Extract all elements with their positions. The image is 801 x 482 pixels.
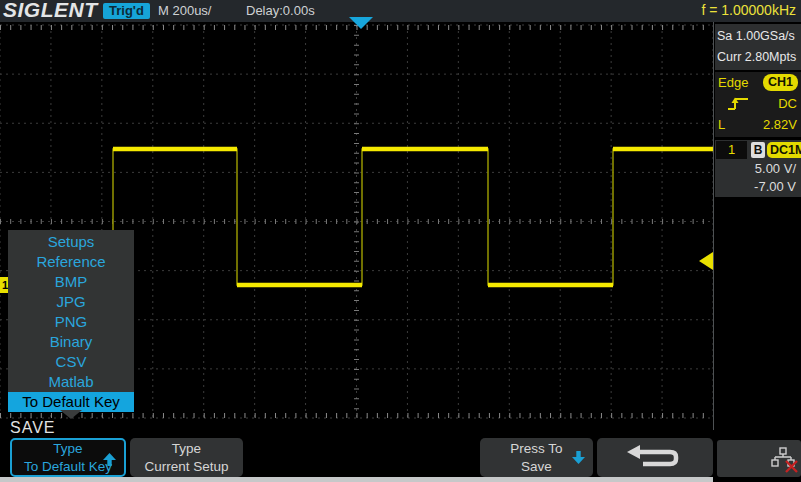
menu-item-matlab[interactable]: Matlab: [8, 372, 134, 392]
menu-item-to-default-key-selected[interactable]: To Default Key: [8, 392, 134, 412]
softkey-back-button[interactable]: [597, 438, 713, 477]
menu-down-arrow-icon: [571, 450, 586, 470]
bottom-edge-strip: [0, 477, 713, 482]
lan-status-panel: [717, 440, 801, 477]
coupling-badge: DC1M: [767, 142, 801, 158]
softkey-press-to-save[interactable]: Press To Save: [480, 438, 593, 477]
softkey-value: Current Setup: [130, 458, 243, 476]
channel1-descriptor[interactable]: 1 B DC1M 5.00 V/ -7.00 V: [715, 140, 801, 197]
volts-per-div-readout: 5.00 V/: [715, 160, 801, 178]
trigger-type-label: Edge: [718, 72, 748, 93]
menu-item-setups[interactable]: Setups: [8, 232, 134, 252]
trigger-coupling-readout: DC: [778, 93, 797, 114]
menu-scroll-down-icon: [60, 410, 82, 419]
timebase-readout: M 200us/: [158, 3, 211, 18]
channel-number-badge: 1: [716, 141, 747, 159]
softkey-type-to-default-key[interactable]: Type To Default Key: [10, 438, 126, 477]
lan-disconnected-icon: [771, 447, 798, 477]
trigger-position-marker-icon[interactable]: [349, 17, 373, 29]
save-type-menu: Setups Reference BMP JPG PNG Binary CSV …: [8, 230, 134, 412]
trigger-level-marker-icon[interactable]: [699, 252, 713, 270]
menu-item-reference[interactable]: Reference: [8, 252, 134, 272]
menu-up-arrow-icon: [102, 452, 117, 472]
trigger-level-readout: 2.82V: [763, 114, 797, 135]
delay-readout: Delay:0.00s: [246, 3, 315, 18]
bandwidth-badge: B: [751, 142, 765, 158]
trigger-status-badge: Trig'd: [103, 3, 150, 19]
menu-item-binary[interactable]: Binary: [8, 332, 134, 352]
menu-item-png[interactable]: PNG: [8, 312, 134, 332]
oscilloscope-screen: SIGLENT Trig'd M 200us/ Delay:0.00s f = …: [0, 0, 801, 482]
frequency-counter: f = 1.00000kHz: [701, 2, 796, 18]
menu-item-csv[interactable]: CSV: [8, 352, 134, 372]
screen-right-border: [713, 22, 714, 430]
return-arrow-icon: [626, 444, 684, 477]
softkey-type-current-setup[interactable]: Type Current Setup: [130, 438, 243, 477]
sample-rate-readout: Sa 1.00GSa/s: [717, 26, 801, 47]
menu-item-bmp[interactable]: BMP: [8, 272, 134, 292]
trigger-level-label: L: [718, 114, 725, 135]
acquisition-panel: Sa 1.00GSa/s Curr 2.80Mpts: [715, 24, 801, 70]
trigger-panel: Edge CH1 DC L 2.82V: [715, 72, 801, 137]
softkey-label: Type: [130, 440, 243, 458]
brand-logo: SIGLENT: [3, 0, 98, 22]
memory-depth-readout: Curr 2.80Mpts: [717, 47, 801, 68]
offset-readout: -7.00 V: [715, 178, 801, 196]
trigger-source-badge: CH1: [763, 74, 798, 91]
menu-item-jpg[interactable]: JPG: [8, 292, 134, 312]
header-bar: SIGLENT Trig'd M 200us/ Delay:0.00s f = …: [0, 0, 801, 22]
page-title: SAVE: [10, 419, 56, 437]
